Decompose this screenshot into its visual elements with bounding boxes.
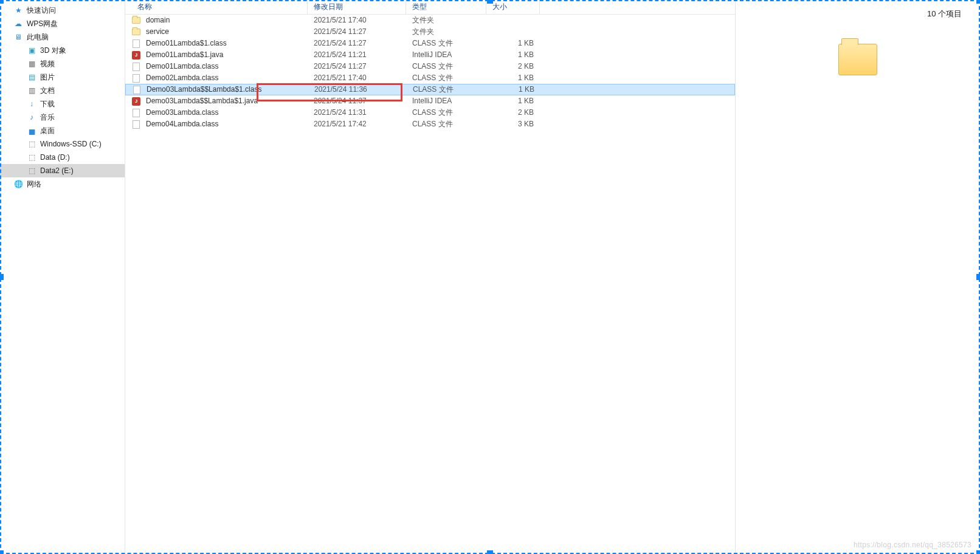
cell-size: 1 KB (486, 95, 540, 107)
cell-date: 2021/5/24 11:27 (308, 26, 406, 38)
file-icon (132, 85, 142, 95)
cell-name: Demo04Lambda.class (125, 118, 308, 130)
column-header-size[interactable]: 大小 (486, 0, 540, 14)
cell-type: IntelliJ IDEA (406, 49, 486, 61)
file-row[interactable]: service2021/5/24 11:27文件夹 (125, 26, 735, 38)
cell-type: CLASS 文件 (406, 72, 486, 84)
cell-name: Demo03Lambda$$Lambda$1.class (126, 84, 308, 95)
crop-handle[interactable] (487, 550, 493, 554)
cell-date: 2021/5/24 11:27 (308, 38, 406, 49)
file-icon (131, 62, 141, 72)
nav-item-11[interactable]: ⬚Data (D:) (0, 151, 125, 164)
cell-date: 2021/5/24 11:36 (308, 84, 407, 95)
crop-handle[interactable] (976, 0, 980, 4)
file-name: Demo03Lambda$$Lambda$1.java (146, 95, 258, 107)
cell-size: 1 KB (487, 84, 540, 95)
file-row[interactable]: Demo03Lambda.class2021/5/24 11:31CLASS 文… (125, 107, 735, 118)
drive-icon: ⬚ (27, 152, 36, 162)
nav-item-5[interactable]: ▤图片 (0, 70, 125, 84)
file-row[interactable]: JDemo01Lambda$1.java2021/5/24 11:21Intel… (125, 49, 735, 61)
cloud-icon: ☁ (13, 19, 23, 29)
nav-item-0[interactable]: ★快速访问 (0, 4, 125, 17)
cell-size: 1 KB (486, 38, 540, 49)
folder-icon (838, 44, 877, 75)
file-name: Demo01Lambda.class (146, 61, 218, 72)
file-row[interactable]: domain2021/5/21 17:40文件夹 (125, 15, 735, 26)
file-row[interactable]: Demo04Lambda.class2021/5/21 17:42CLASS 文… (125, 118, 735, 130)
nav-item-7[interactable]: ↓下载 (0, 97, 125, 111)
nav-item-label: WPS网盘 (27, 17, 58, 30)
crop-handle[interactable] (0, 0, 4, 4)
folder-icon (131, 27, 141, 37)
nav-item-1[interactable]: ☁WPS网盘 (0, 17, 125, 30)
cell-size: 2 KB (486, 107, 540, 118)
explorer-window: ★快速访问☁WPS网盘🖥此电脑▣3D 对象▦视频▤图片▥文档↓下载♪音乐▅桌面⬚… (0, 0, 980, 554)
nav-item-13[interactable]: 🌐网络 (0, 177, 125, 191)
drive-icon: ⬚ (27, 139, 36, 149)
nav-item-12[interactable]: ⬚Data2 (E:) (0, 164, 125, 177)
cell-name: Demo01Lambda.class (125, 61, 308, 72)
crop-handle[interactable] (976, 550, 980, 554)
network-icon: 🌐 (13, 179, 23, 189)
cell-type: CLASS 文件 (406, 38, 486, 49)
nav-item-4[interactable]: ▦视频 (0, 57, 125, 70)
cell-type: CLASS 文件 (407, 84, 487, 95)
nav-item-label: 桌面 (40, 124, 55, 137)
cell-name: JDemo01Lambda$1.java (125, 49, 308, 61)
music-icon: ♪ (27, 112, 36, 122)
cell-name: domain (125, 15, 308, 26)
crop-handle[interactable] (976, 274, 980, 280)
file-row[interactable]: JDemo03Lambda$$Lambda$1.java2021/5/24 11… (125, 95, 735, 107)
doc-icon: ▥ (27, 86, 36, 95)
nav-item-8[interactable]: ♪音乐 (0, 111, 125, 124)
nav-item-10[interactable]: ⬚Windows-SSD (C:) (0, 137, 125, 151)
file-icon (131, 108, 141, 118)
cell-type: IntelliJ IDEA (406, 95, 486, 107)
file-row[interactable]: Demo03Lambda$$Lambda$1.class2021/5/24 11… (125, 84, 735, 95)
star-icon: ★ (13, 5, 23, 15)
cell-date: 2021/5/21 17:40 (308, 15, 406, 26)
java-icon: J (131, 50, 141, 60)
file-row[interactable]: Demo02Lambda.class2021/5/21 17:40CLASS 文… (125, 72, 735, 84)
cell-name: Demo03Lambda.class (125, 107, 308, 118)
file-rows: domain2021/5/21 17:40文件夹service2021/5/24… (125, 15, 735, 130)
cell-date: 2021/5/21 17:40 (308, 72, 406, 84)
nav-item-9[interactable]: ▅桌面 (0, 124, 125, 137)
file-row[interactable]: Demo01Lambda.class2021/5/24 11:27CLASS 文… (125, 61, 735, 72)
cell-type: CLASS 文件 (406, 107, 486, 118)
item-count-text: 10 个项目 (748, 6, 968, 32)
crop-handle[interactable] (0, 550, 4, 554)
download-icon: ↓ (27, 99, 36, 109)
cell-date: 2021/5/24 11:31 (308, 107, 406, 118)
column-header-name[interactable]: 名称 (125, 0, 308, 14)
nav-tree: ★快速访问☁WPS网盘🖥此电脑▣3D 对象▦视频▤图片▥文档↓下载♪音乐▅桌面⬚… (0, 0, 125, 554)
column-header-date[interactable]: 修改日期 (308, 0, 406, 14)
nav-item-label: 快速访问 (27, 4, 56, 17)
file-row[interactable]: Demo01Lambda$1.class2021/5/24 11:27CLASS… (125, 38, 735, 49)
nav-item-label: 网络 (27, 177, 41, 191)
crop-handle[interactable] (487, 0, 493, 4)
file-name: Demo01Lambda$1.class (146, 38, 227, 49)
file-name: Demo04Lambda.class (146, 118, 218, 130)
cell-size: 2 KB (486, 61, 540, 72)
cell-date: 2021/5/21 17:42 (308, 118, 406, 130)
nav-item-2[interactable]: 🖥此电脑 (0, 30, 125, 44)
nav-item-3[interactable]: ▣3D 对象 (0, 44, 125, 57)
pc-icon: 🖥 (13, 32, 23, 42)
cell-size: 3 KB (486, 118, 540, 130)
cell-size: 1 KB (486, 49, 540, 61)
cell-date: 2021/5/24 11:37 (308, 95, 406, 107)
nav-item-label: Windows-SSD (C:) (40, 137, 102, 151)
cell-name: Demo02Lambda.class (125, 72, 308, 84)
crop-handle[interactable] (0, 274, 4, 280)
nav-item-label: 视频 (40, 57, 55, 70)
cell-name: Demo01Lambda$1.class (125, 38, 308, 49)
nav-item-6[interactable]: ▥文档 (0, 84, 125, 97)
column-header-type[interactable]: 类型 (406, 0, 486, 14)
file-name: Demo01Lambda$1.java (146, 49, 223, 61)
nav-item-label: 3D 对象 (40, 44, 66, 57)
nav-item-label: 下载 (40, 97, 55, 111)
file-name: Demo03Lambda.class (146, 107, 218, 118)
cell-size: 1 KB (486, 72, 540, 84)
file-icon (131, 120, 141, 129)
